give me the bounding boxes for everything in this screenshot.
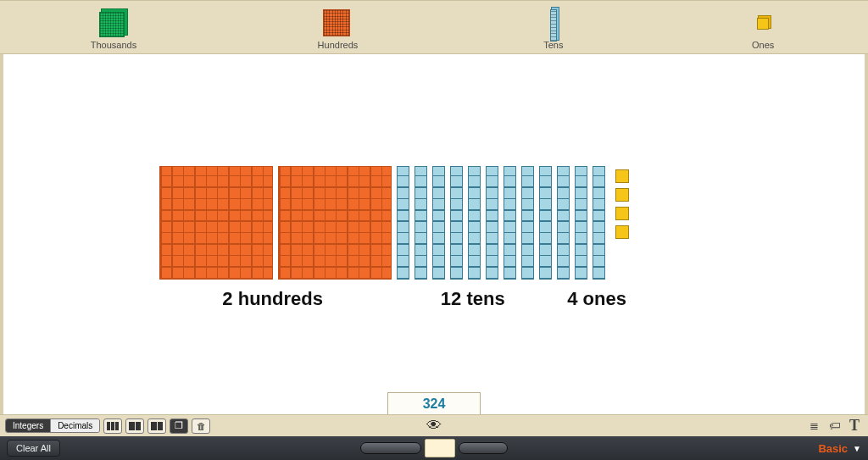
tens-rod[interactable] (468, 166, 481, 280)
chevron-down-icon: ▼ (853, 444, 861, 453)
palette-hundreds[interactable]: Hundreds (318, 9, 359, 50)
tens-rod[interactable] (486, 166, 498, 280)
tens-rod[interactable] (432, 166, 445, 280)
ones-cube[interactable] (615, 188, 629, 202)
text-tool-button[interactable]: T (846, 418, 863, 435)
columns-2-icon (129, 422, 141, 430)
clear-all-button[interactable]: Clear All (7, 440, 60, 457)
tens-rod[interactable] (539, 166, 552, 280)
hundreds-block[interactable] (278, 166, 392, 280)
pen-tool-alt[interactable] (459, 442, 508, 454)
mode-integers-button[interactable]: Integers (6, 419, 51, 432)
tens-rod[interactable] (575, 166, 587, 280)
columns-2-button[interactable] (125, 418, 144, 434)
tens-rod[interactable] (415, 166, 427, 280)
tag-tool-button[interactable]: 🏷 (826, 418, 843, 435)
ones-cube[interactable] (615, 225, 629, 239)
ones-cube[interactable] (615, 207, 629, 220)
ones-cube[interactable] (615, 169, 629, 183)
tens-rod-icon (550, 9, 557, 42)
workspace[interactable]: 2 hundreds 12 tens 4 ones 324 (0, 54, 868, 414)
mode-decimals-button[interactable]: Decimals (51, 419, 99, 432)
block-palette: Thousands Hundreds Tens Ones (0, 0, 868, 54)
palette-ones-label: Ones (752, 40, 774, 50)
block-model (159, 166, 629, 280)
thousands-cube-icon (99, 12, 125, 37)
palette-thousands[interactable]: Thousands (91, 9, 136, 50)
total-display: 324 (387, 392, 481, 414)
tens-rod[interactable] (557, 166, 570, 280)
columns-3-icon (107, 422, 119, 430)
tens-rod[interactable] (504, 166, 516, 280)
mode-menu-label: Basic (818, 442, 848, 455)
mode-segment: Integers Decimals (5, 418, 100, 433)
bottom-bar: Clear All Basic ▼ (0, 436, 868, 460)
tens-rod[interactable] (397, 166, 409, 280)
right-tool-group: ≣ 🏷 T (805, 418, 863, 435)
eraser-tool[interactable] (425, 439, 455, 457)
columns-split-button[interactable] (147, 418, 166, 434)
count-labels: 2 hundreds 12 tens 4 ones (159, 288, 634, 310)
drawing-tray (349, 436, 519, 460)
trash-button[interactable]: 🗑 (192, 418, 210, 434)
hundreds-count-label: 2 hundreds (159, 288, 386, 310)
toolbar: Integers Decimals ❐ 🗑 👁 ≣ 🏷 T (0, 414, 868, 436)
pen-tool[interactable] (360, 442, 421, 454)
list-icon: ≣ (810, 419, 819, 432)
copy-button[interactable]: ❐ (170, 418, 188, 434)
tens-rod[interactable] (521, 166, 534, 280)
ones-column (615, 169, 629, 239)
tens-count-label: 12 tens (386, 288, 559, 310)
visibility-toggle[interactable]: 👁 (426, 417, 442, 435)
tag-icon: 🏷 (829, 419, 840, 432)
hundreds-block[interactable] (159, 166, 273, 280)
trash-icon: 🗑 (197, 421, 206, 431)
palette-ones[interactable]: Ones (748, 9, 777, 50)
copy-icon: ❐ (175, 420, 183, 431)
columns-split-icon (151, 422, 163, 430)
mode-menu[interactable]: Basic ▼ (818, 442, 861, 455)
list-tool-button[interactable]: ≣ (805, 418, 822, 435)
ones-cube-icon (757, 18, 769, 30)
tens-rod[interactable] (593, 166, 605, 280)
palette-tens[interactable]: Tens (539, 9, 568, 50)
ones-count-label: 4 ones (559, 288, 634, 310)
columns-3-button[interactable] (103, 418, 122, 434)
palette-hundreds-label: Hundreds (318, 40, 359, 50)
tens-rod[interactable] (450, 166, 463, 280)
palette-thousands-label: Thousands (91, 40, 136, 50)
hundreds-flat-icon (323, 9, 350, 36)
eye-icon: 👁 (426, 417, 442, 434)
